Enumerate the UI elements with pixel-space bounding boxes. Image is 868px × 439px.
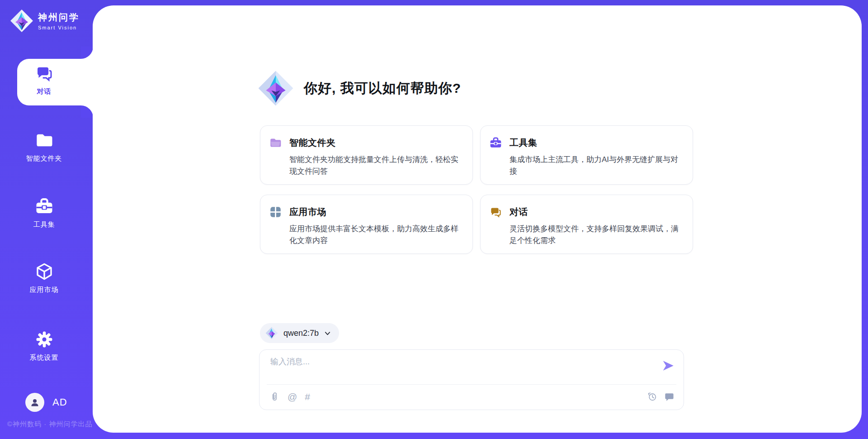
history-icon[interactable]	[647, 391, 657, 402]
send-icon	[661, 359, 675, 372]
send-button[interactable]	[661, 359, 675, 373]
sidebar-item-label: 系统设置	[30, 353, 59, 362]
composer-divider	[267, 384, 676, 385]
sidebar-item-label: 对话	[37, 87, 52, 96]
sidebar-footer: ©神州数码 · 神州问学出品	[7, 420, 98, 429]
card-description: 应用市场提供丰富长文本模板，助力高效生成多样化文章内容	[289, 223, 462, 247]
composer-tools-left: @ #	[269, 391, 310, 402]
sidebar-item-label: 应用市场	[30, 286, 59, 294]
app-tagline: Smart Vision	[38, 25, 80, 30]
model-name: qwen2:7b	[283, 329, 319, 338]
sidebar-item-chat[interactable]: 对话	[0, 64, 88, 96]
cube-icon	[35, 262, 53, 281]
feature-cards: 智能文件夹 智能文件夹功能支持批量文件上传与清洗，轻松实现文件问答 工具集 集成…	[260, 125, 693, 254]
card-chat[interactable]: 对话 灵活切换多模型文件，支持多样回复效果调试，满足个性化需求	[480, 195, 693, 254]
card-smart-folder[interactable]: 智能文件夹 智能文件夹功能支持批量文件上传与清洗，轻松实现文件问答	[260, 125, 473, 185]
composer-tools-right	[647, 391, 675, 402]
sidebar-item-label: 智能文件夹	[26, 154, 62, 163]
sidebar-item-settings[interactable]: 系统设置	[0, 330, 88, 362]
card-description: 智能文件夹功能支持批量文件上传与清洗，轻松实现文件问答	[289, 154, 462, 177]
folder-icon	[269, 137, 282, 149]
folder-icon	[34, 131, 54, 149]
card-title: 应用市场	[289, 206, 326, 218]
bubble-icon[interactable]	[664, 391, 675, 402]
attachment-icon[interactable]	[269, 391, 280, 402]
user-profile[interactable]: AD	[25, 393, 67, 412]
mention-icon[interactable]: @	[288, 391, 297, 402]
tab-fillet-bottom	[81, 105, 93, 118]
message-input[interactable]	[270, 356, 650, 382]
logo-diamond-icon	[10, 9, 33, 33]
toolbox-icon	[490, 137, 502, 149]
card-app-market[interactable]: 应用市场 应用市场提供丰富长文本模板，助力高效生成多样化文章内容	[260, 195, 473, 254]
message-composer: @ #	[259, 349, 684, 410]
hash-icon[interactable]: #	[305, 391, 310, 402]
toolbox-icon	[35, 197, 53, 215]
card-description: 灵活切换多模型文件，支持多样回复效果调试，满足个性化需求	[509, 223, 682, 247]
grid-icon	[269, 206, 282, 218]
avatar	[25, 393, 44, 412]
card-toolset[interactable]: 工具集 集成市场上主流工具，助力AI与外界无缝扩展与对接	[480, 125, 693, 185]
card-title: 工具集	[509, 137, 538, 149]
sidebar-item-label: 工具集	[33, 220, 55, 229]
tab-fillet-top	[81, 47, 93, 59]
sidebar-item-app-market[interactable]: 应用市场	[0, 262, 88, 294]
page: 神州问学 Smart Vision 对话 智能文件夹 工具集	[0, 0, 868, 439]
avatar-icon	[29, 397, 40, 408]
sidebar-item-smart-folder[interactable]: 智能文件夹	[0, 131, 88, 163]
greeting-title: 你好, 我可以如何帮助你?	[304, 79, 461, 98]
logo-diamond-icon	[258, 70, 294, 106]
app-name: 神州问学	[38, 11, 80, 24]
user-name: AD	[52, 396, 67, 408]
gear-icon	[35, 330, 53, 348]
card-description: 集成市场上主流工具，助力AI与外界无缝扩展与对接	[509, 154, 682, 177]
card-title: 对话	[509, 206, 528, 218]
app-logo: 神州问学 Smart Vision	[10, 9, 80, 33]
chevron-down-icon	[324, 330, 331, 337]
sidebar-item-toolset[interactable]: 工具集	[0, 197, 88, 229]
chat-icon	[490, 206, 502, 218]
logo-diamond-icon	[265, 327, 278, 339]
chat-icon	[35, 64, 53, 82]
model-selector[interactable]: qwen2:7b	[260, 323, 339, 343]
card-title: 智能文件夹	[289, 137, 336, 149]
greeting: 你好, 我可以如何帮助你?	[258, 70, 461, 106]
